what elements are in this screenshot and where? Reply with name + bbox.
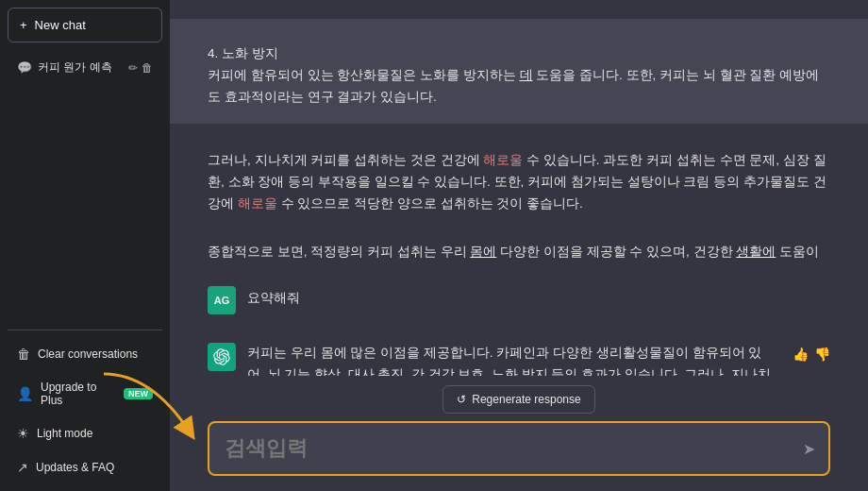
new-chat-button[interactable]: + New chat xyxy=(8,8,162,42)
updates-faq-label: Updates & FAQ xyxy=(36,461,114,474)
chat-messages: 4. 노화 방지 커피에 함유되어 있는 항산화물질은 노화를 방지하는 데 도… xyxy=(170,0,868,376)
sidebar-item-updates-faq[interactable]: ↗ Updates & FAQ xyxy=(8,451,162,483)
highlight-harmful-1: 해로울 xyxy=(483,153,523,167)
sun-icon: ☀ xyxy=(17,426,29,441)
plus-icon: + xyxy=(20,18,27,32)
ai-response-actions: 👍 👎 xyxy=(793,343,830,362)
chat-list: 💬 커피 원가 예측 ✏ 🗑 xyxy=(8,52,162,330)
item-content: 커피에 함유되어 있는 항산화물질은 노화를 방지하는 데 도움을 줍니다. 또… xyxy=(208,68,819,104)
chat-item-coffee[interactable]: 💬 커피 원가 예측 ✏ 🗑 xyxy=(8,52,162,83)
new-chat-label: New chat xyxy=(35,18,86,32)
delete-icon[interactable]: 🗑 xyxy=(142,61,153,75)
ai-response-text: 커피는 우리 몸에 많은 이점을 제공합니다. 카페인과 다양한 생리활성물질이… xyxy=(247,343,774,376)
highlight-life: 생활에 xyxy=(736,245,776,259)
new-badge: NEW xyxy=(124,388,153,399)
sidebar: + New chat 💬 커피 원가 예측 ✏ 🗑 🗑 Clear conver… xyxy=(0,0,170,491)
chat-bottom: ↺ Regenerate response ➤ xyxy=(170,376,868,491)
item-title: 노화 방지 xyxy=(222,46,278,60)
send-button[interactable]: ➤ xyxy=(799,436,819,462)
light-mode-label: Light mode xyxy=(37,427,92,440)
chat-item-label: 커피 원가 예측 xyxy=(38,59,123,76)
edit-icon[interactable]: ✏ xyxy=(128,61,138,75)
ai-response-block: 커피는 우리 몸에 많은 이점을 제공합니다. 카페인과 다양한 생리활성물질이… xyxy=(208,337,830,376)
ai-logo xyxy=(208,343,236,371)
highlight-de: 데 xyxy=(520,68,533,82)
paragraph-2: 종합적으로 보면, 적정량의 커피 섭취는 우리 몸에 다양한 이점을 제공할 … xyxy=(208,232,830,263)
trash-icon: 🗑 xyxy=(17,347,30,362)
ai-response-content: 커피는 우리 몸에 많은 이점을 제공합니다. 카페인과 다양한 생리활성물질이… xyxy=(247,343,774,376)
user-avatar: AG xyxy=(208,286,236,314)
main-chat: 4. 노화 방지 커피에 함유되어 있는 항산화물질은 노화를 방지하는 데 도… xyxy=(170,0,868,491)
thumbs-down-icon[interactable]: 👎 xyxy=(814,347,830,362)
chat-item-actions: ✏ 🗑 xyxy=(128,61,153,75)
sidebar-item-light-mode[interactable]: ☀ Light mode xyxy=(8,417,162,449)
ai-numbered-block: 4. 노화 방지 커피에 함유되어 있는 항산화물질은 노화를 방지하는 데 도… xyxy=(170,19,868,124)
user-message: AG 요약해줘 xyxy=(208,280,830,320)
user-msg-text: 요약해줘 xyxy=(247,286,300,307)
input-area: ➤ xyxy=(208,421,830,476)
highlight-harmful-2: 해로울 xyxy=(238,196,277,211)
thumbs-up-icon[interactable]: 👍 xyxy=(793,347,809,362)
main-wrapper: 4. 노화 방지 커피에 함유되어 있는 항산화물질은 노화를 방지하는 데 도… xyxy=(170,0,868,491)
paragraph-1: 그러나, 지나치게 커피를 섭취하는 것은 건강에 해로울 수 있습니다. 과도… xyxy=(208,141,830,215)
numbered-content: 4. 노화 방지 커피에 함유되어 있는 항산화물질은 노화를 방지하는 데 도… xyxy=(208,34,830,109)
sidebar-item-clear-conversations[interactable]: 🗑 Clear conversations xyxy=(8,338,162,370)
upgrade-label: Upgrade to Plus xyxy=(41,381,116,407)
regen-label: Regenerate response xyxy=(472,393,580,406)
external-link-icon: ↗ xyxy=(17,460,28,475)
regen-icon: ↺ xyxy=(457,393,466,406)
search-input[interactable] xyxy=(208,421,830,476)
chat-icon: 💬 xyxy=(17,60,32,75)
highlight-body: 몸에 xyxy=(470,245,496,259)
avatar-text: AG xyxy=(214,295,230,306)
sidebar-item-upgrade[interactable]: 👤 Upgrade to Plus NEW xyxy=(8,372,162,415)
user-icon: 👤 xyxy=(17,386,33,401)
clear-conversations-label: Clear conversations xyxy=(38,347,138,361)
regenerate-button[interactable]: ↺ Regenerate response xyxy=(442,385,594,414)
send-icon: ➤ xyxy=(803,441,815,457)
sidebar-bottom: 🗑 Clear conversations 👤 Upgrade to Plus … xyxy=(8,330,162,483)
item-num: 4. xyxy=(208,46,222,60)
